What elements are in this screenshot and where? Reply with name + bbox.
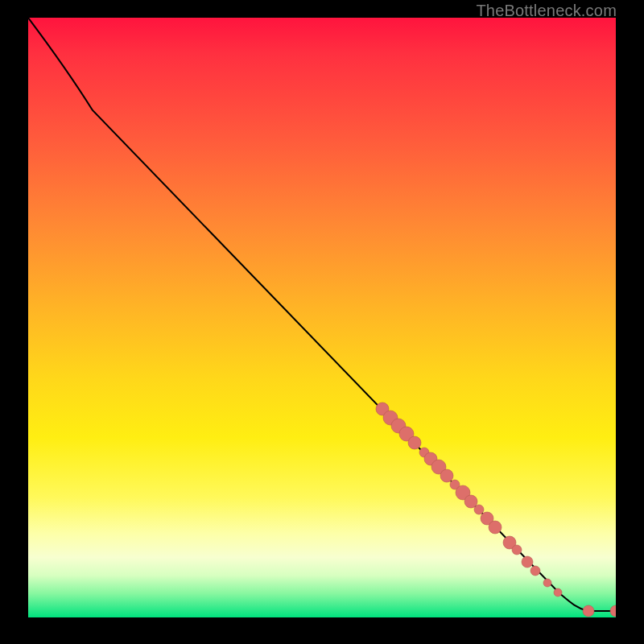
chart-point xyxy=(530,566,540,576)
chart-point xyxy=(610,605,616,617)
chart-point xyxy=(583,605,594,617)
chart-point xyxy=(489,521,502,534)
chart-point xyxy=(474,505,484,514)
chart-point xyxy=(512,545,522,555)
chart-curve xyxy=(28,18,616,611)
chart-points xyxy=(376,402,616,617)
chart-frame: TheBottleneck.com xyxy=(0,0,644,644)
chart-plot-area xyxy=(28,18,616,617)
chart-svg xyxy=(28,18,616,617)
chart-point xyxy=(408,436,421,449)
watermark-text: TheBottleneck.com xyxy=(476,2,617,20)
chart-point xyxy=(522,556,533,568)
chart-point xyxy=(554,588,562,597)
chart-point xyxy=(543,579,551,587)
chart-point xyxy=(440,469,453,482)
